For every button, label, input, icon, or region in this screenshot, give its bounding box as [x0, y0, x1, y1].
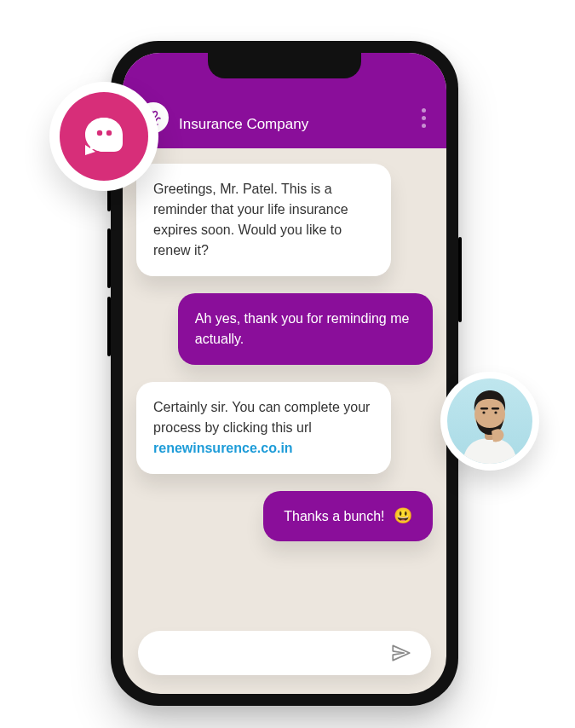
kebab-dot-icon — [422, 124, 426, 128]
message-user: Ah yes, thank you for reminding me actua… — [178, 293, 433, 365]
svg-point-1 — [97, 130, 102, 136]
message-link[interactable]: renewinsurence.co.in — [153, 441, 293, 455]
input-bar — [123, 619, 446, 694]
kebab-menu[interactable] — [417, 103, 431, 133]
message-input-container — [138, 631, 431, 675]
message-text: Ah yes, thank you for reminding me actua… — [195, 311, 410, 346]
phone-frame: Insurance Company Greetings, Mr. Patel. … — [111, 41, 458, 706]
chat-bubble-icon — [60, 92, 148, 181]
svg-point-6 — [494, 411, 497, 413]
svg-point-2 — [106, 130, 112, 136]
svg-rect-8 — [492, 407, 499, 409]
side-button — [458, 237, 462, 322]
side-button — [107, 228, 111, 288]
message-text: Certainly sir. You can complete your pro… — [153, 400, 370, 435]
chat-badge — [49, 82, 158, 191]
message-user: Thanks a bunch! 😃 — [263, 491, 433, 541]
message-bot: Greetings, Mr. Patel. This is a reminder… — [136, 164, 391, 276]
message-input[interactable] — [157, 645, 385, 661]
avatar-image — [447, 378, 532, 464]
emoji-icon: 😃 — [394, 507, 412, 524]
svg-point-5 — [482, 411, 485, 413]
phone-notch — [208, 53, 361, 78]
kebab-dot-icon — [422, 116, 426, 120]
kebab-dot-icon — [422, 108, 426, 113]
message-bot: Certainly sir. You can complete your pro… — [136, 382, 391, 474]
brand-title: Insurance Company — [179, 116, 406, 133]
send-icon — [390, 642, 412, 664]
message-text: Thanks a bunch! — [284, 509, 388, 523]
user-avatar — [440, 372, 539, 471]
phone-screen: Insurance Company Greetings, Mr. Patel. … — [123, 53, 446, 694]
send-button[interactable] — [385, 637, 417, 669]
message-text: Greetings, Mr. Patel. This is a reminder… — [153, 182, 348, 257]
svg-rect-7 — [480, 407, 488, 409]
side-button — [107, 297, 111, 356]
messages-list: Greetings, Mr. Patel. This is a reminder… — [123, 148, 446, 619]
